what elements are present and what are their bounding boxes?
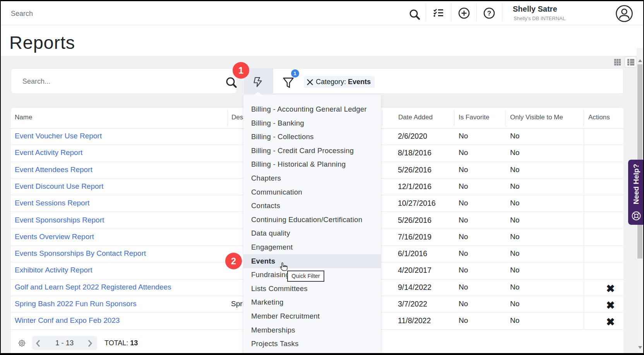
svg-text:?: ? [487,10,491,17]
